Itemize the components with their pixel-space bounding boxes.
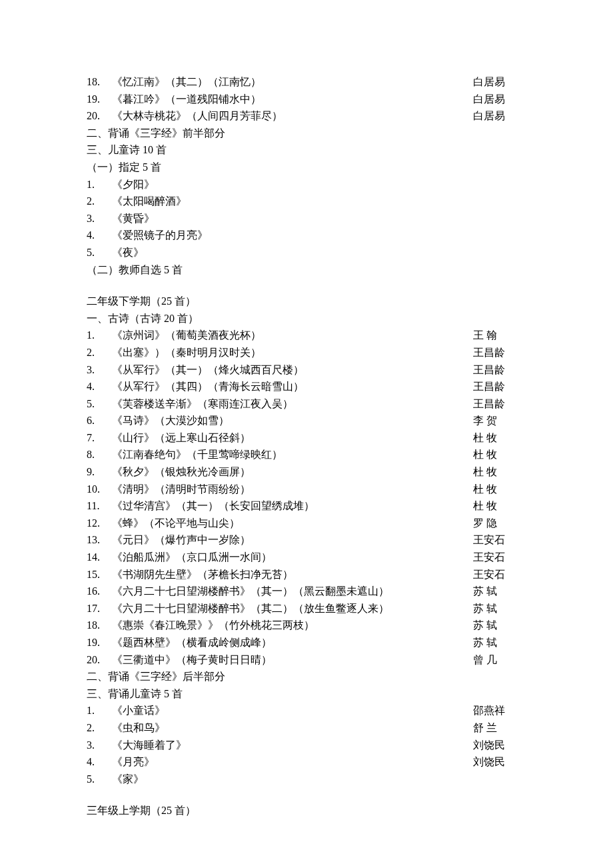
list-item: 19. 《题西林壁》（横看成岭侧成峰） 苏 轼 (87, 634, 526, 651)
item-author: 杜 牧 (473, 446, 526, 463)
section-heading: 二、背诵《三字经》前半部分 (87, 125, 526, 142)
item-title: 《泊船瓜洲》（京口瓜洲一水间） (112, 549, 272, 566)
list-item: 6.《马诗》（大漠沙如雪）李 贺 (87, 412, 526, 429)
item-number: 1. (87, 702, 112, 719)
spacer (272, 549, 473, 566)
item-number: 1. (87, 327, 112, 344)
item-title: 《惠崇《春江晚景》》（竹外桃花三两枝） (112, 617, 314, 634)
list-item: 19. 《暮江吟》（一道残阳铺水中） 白居易 (87, 91, 526, 108)
item-title: 《大海睡着了》 (112, 737, 187, 754)
item-number: 4. (87, 753, 112, 771)
list-item: 5. 《夜》 (87, 244, 526, 261)
list-item: 2.《出塞》）（秦时明月汉时关）王昌龄 (87, 344, 526, 361)
list-item: 1.《凉州词》（葡萄美酒夜光杯）王 翰 (87, 327, 526, 344)
spacer (314, 617, 473, 634)
item-title: 《六月二十七日望湖楼醉书》（其二）（放生鱼鳖逐人来） (112, 600, 389, 617)
spacer (304, 361, 473, 379)
item-title: 《从军行》（其四）（青海长云暗雪山） (112, 378, 304, 395)
item-number: 19. (87, 634, 112, 651)
list-item: 10. 《清明》（清明时节雨纷纷）杜 牧 (87, 481, 526, 498)
item-title: 《太阳喝醉酒》 (112, 193, 187, 210)
item-number: 20. (87, 107, 112, 125)
item-title: 《清明》（清明时节雨纷纷） (112, 481, 251, 498)
list-item: 3.《大海睡着了》刘饶民 (87, 737, 526, 754)
item-number: 15. (87, 566, 112, 583)
item-author: 苏 轼 (473, 583, 526, 600)
spacer (293, 395, 473, 413)
item-title: 《六月二十七日望湖楼醉书》（其一）（黑云翻墨未遮山） (112, 583, 389, 600)
item-title: 《三衢道中》（梅子黄时日日晴） (112, 651, 272, 669)
item-author: 杜 牧 (473, 429, 526, 447)
item-number: 18. (87, 73, 112, 91)
item-title: 《过华清宫》（其一）（长安回望绣成堆） (112, 497, 314, 515)
item-number: 2. (87, 344, 112, 361)
item-title: 《月亮》 (112, 753, 155, 771)
spacer (261, 73, 473, 91)
spacer (304, 378, 473, 395)
list-item: 15. 《书湖阴先生壁》（茅檐长扫净无苔）王安石 (87, 566, 526, 583)
item-author: 白居易 (473, 73, 526, 91)
item-title: 《山行》（远上寒山石径斜） (112, 429, 251, 447)
section-heading: 三、儿童诗 10 首 (87, 141, 526, 159)
item-number: 9. (87, 463, 112, 481)
item-author: 白居易 (473, 91, 526, 108)
item-author: 王昌龄 (473, 361, 526, 379)
list-item: 7.《山行》（远上寒山石径斜）杜 牧 (87, 429, 526, 447)
section-heading: 三、背诵儿童诗 5 首 (87, 685, 526, 703)
spacer (144, 771, 473, 788)
spacer (283, 107, 473, 125)
spacer (293, 566, 473, 583)
section-heading: （二）教师自选 5 首 (87, 261, 526, 279)
list-item: 16. 《六月二十七日望湖楼醉书》（其一）（黑云翻墨未遮山）苏 轼 (87, 583, 526, 600)
spacer (165, 719, 473, 737)
spacer (261, 344, 473, 361)
item-title: 《凉州词》（葡萄美酒夜光杯） (112, 327, 261, 344)
spacer (272, 651, 473, 669)
item-number: 3. (87, 210, 112, 227)
item-title: 《小童话》 (112, 702, 165, 719)
section-title: 二年级下学期（25 首） (87, 293, 526, 310)
item-number: 14. (87, 549, 112, 566)
item-title: 《江南春绝句》（千里莺啼绿映红） (112, 446, 283, 463)
item-author: 王安石 (473, 531, 526, 549)
item-number: 20. (87, 651, 112, 669)
item-number: 4. (87, 378, 112, 395)
list-item: 3.《从军行》（其一）（烽火城西百尺楼）王昌龄 (87, 361, 526, 379)
spacer (251, 429, 473, 447)
list-item: 8.《江南春绝句》（千里莺啼绿映红）杜 牧 (87, 446, 526, 463)
spacer (314, 497, 473, 515)
list-item: 9.《秋夕》（银烛秋光冷画屏）杜 牧 (87, 463, 526, 481)
item-title: 《从军行》（其一）（烽火城西百尺楼） (112, 361, 304, 379)
item-title: 《虫和鸟》 (112, 719, 165, 737)
item-author: 李 贺 (473, 412, 526, 429)
item-title: 《书湖阴先生壁》（茅檐长扫净无苔） (112, 566, 293, 583)
item-title: 《题西林壁》（横看成岭侧成峰） (112, 634, 272, 651)
item-author: 罗 隐 (473, 515, 526, 532)
item-number: 2. (87, 193, 112, 210)
list-item: 2.《虫和鸟》舒 兰 (87, 719, 526, 737)
item-number: 18. (87, 617, 112, 634)
item-author: 王昌龄 (473, 344, 526, 361)
item-number: 11. (87, 497, 112, 515)
item-number: 17. (87, 600, 112, 617)
list-item: 1. 《夕阳》 (87, 176, 526, 193)
spacer (389, 583, 473, 600)
item-title: 《秋夕》（银烛秋光冷画屏） (112, 463, 251, 481)
list-item: 17. 《六月二十七日望湖楼醉书》（其二）（放生鱼鳖逐人来）苏 轼 (87, 600, 526, 617)
list-item: 4.《月亮》刘饶民 (87, 753, 526, 771)
item-number: 8. (87, 446, 112, 463)
item-author: 舒 兰 (473, 719, 526, 737)
item-author: 王 翰 (473, 327, 526, 344)
item-number: 7. (87, 429, 112, 447)
item-title: 《出塞》）（秦时明月汉时关） (112, 344, 261, 361)
item-number: 5. (87, 771, 112, 788)
blank-line (87, 787, 526, 802)
item-number: 19. (87, 91, 112, 108)
item-title: 《蜂》（不论平地与山尖） (112, 515, 240, 532)
list-item: 20. 《大林寺桃花》（人间四月芳菲尽） 白居易 (87, 107, 526, 125)
item-number: 16. (87, 583, 112, 600)
item-title: 《暮江吟》（一道残阳铺水中） (112, 91, 261, 108)
item-author: 邵燕祥 (473, 702, 526, 719)
spacer (272, 634, 473, 651)
item-number: 6. (87, 412, 112, 429)
